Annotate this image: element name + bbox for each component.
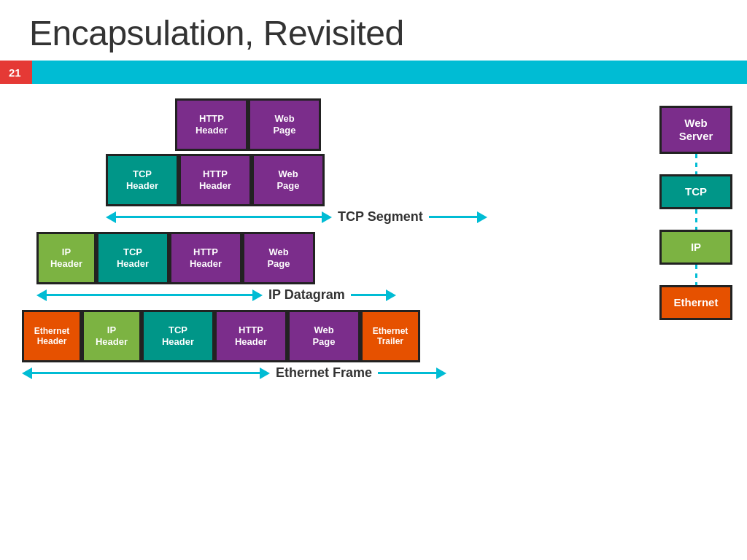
ip-arrow-row: IP Datagram	[36, 287, 638, 303]
slide-bar: 21	[0, 61, 747, 84]
tcp-header-box-2: TCPHeader	[96, 232, 169, 284]
tcp-header-box-3: TCPHeader	[142, 310, 214, 362]
eth-section: EthernetHeader IPHeader TCPHeader HTTPHe…	[22, 310, 638, 386]
ip-arrow-shaft	[47, 294, 252, 296]
eth-arrow-right	[260, 368, 270, 379]
tcp-arrow-right	[322, 211, 332, 223]
eth-arrow-shaft	[32, 372, 260, 374]
tcp-header-box-1: TCPHeader	[106, 154, 179, 206]
eth-frame-label: Ethernet Frame	[276, 365, 372, 381]
dotted-line-1	[695, 154, 697, 174]
ip-section: IPHeader TCPHeader HTTPHeader WebPage IP…	[22, 232, 638, 308]
slide-number: 21	[0, 61, 32, 84]
dotted-line-3	[695, 265, 697, 285]
diagram-area: HTTPHeader WebPage TCPHeader HTTPHeader …	[22, 98, 638, 388]
eth-header-box: EthernetHeader	[22, 310, 82, 362]
side-web-server: WebServer	[659, 106, 732, 154]
http-header-box-2: HTTPHeader	[179, 154, 252, 206]
ip-arrow-left	[36, 289, 47, 301]
dotted-line-2	[695, 209, 697, 230]
eth-arrow-right2	[436, 368, 446, 379]
http-section: HTTPHeader WebPage	[22, 98, 638, 152]
tcp-arrow-right-ext	[429, 211, 487, 223]
tcp-arrow-left	[106, 211, 116, 223]
tcp-arrow-shaft	[116, 216, 322, 218]
tcp-arrow-row: TCP Segment	[106, 209, 638, 225]
web-page-box-4: WebPage	[287, 310, 360, 362]
side-stack: WebServer TCP IP Ethernet	[659, 106, 732, 388]
ip-row: IPHeader TCPHeader HTTPHeader WebPage	[36, 232, 638, 284]
eth-row: EthernetHeader IPHeader TCPHeader HTTPHe…	[22, 310, 638, 362]
ip-datagram-label: IP Datagram	[268, 287, 345, 303]
side-tcp: TCP	[659, 174, 732, 209]
page-title: Encapsulation, Revisited	[0, 0, 747, 61]
tcp-segment-label: TCP Segment	[338, 209, 423, 225]
http-header-box-3: HTTPHeader	[169, 232, 242, 284]
ip-arrow	[36, 289, 263, 301]
ip-arrow-right-ext	[351, 289, 396, 301]
ip-header-box-2: IPHeader	[82, 310, 142, 362]
ip-header-box-1: IPHeader	[36, 232, 96, 284]
ip-arrow-right2	[386, 289, 396, 301]
web-page-box-1: WebPage	[248, 98, 321, 151]
tcp-arrow-shaft-r	[429, 216, 477, 218]
web-page-box-3: WebPage	[242, 232, 315, 284]
side-ip: IP	[659, 230, 732, 265]
ip-arrow-shaft-r	[351, 294, 386, 296]
tcp-arrow	[106, 211, 332, 223]
http-header-box-4: HTTPHeader	[214, 310, 287, 362]
tcp-row: TCPHeader HTTPHeader WebPage	[106, 154, 638, 206]
tcp-arrow-right2	[477, 211, 487, 223]
eth-arrow	[22, 368, 270, 379]
http-row: HTTPHeader WebPage	[175, 98, 638, 151]
web-page-box-2: WebPage	[252, 154, 325, 206]
eth-arrow-left	[22, 368, 32, 379]
main-content: HTTPHeader WebPage TCPHeader HTTPHeader …	[0, 84, 747, 395]
eth-arrow-row: Ethernet Frame	[22, 365, 638, 381]
tcp-section: TCPHeader HTTPHeader WebPage TCP Segment	[22, 154, 638, 230]
eth-arrow-right-ext	[378, 368, 446, 379]
ip-arrow-right	[252, 289, 263, 301]
side-ethernet: Ethernet	[659, 285, 732, 320]
eth-trailer-box: EthernetTrailer	[360, 310, 420, 362]
eth-arrow-shaft-r	[378, 372, 436, 374]
http-header-box: HTTPHeader	[175, 98, 248, 151]
